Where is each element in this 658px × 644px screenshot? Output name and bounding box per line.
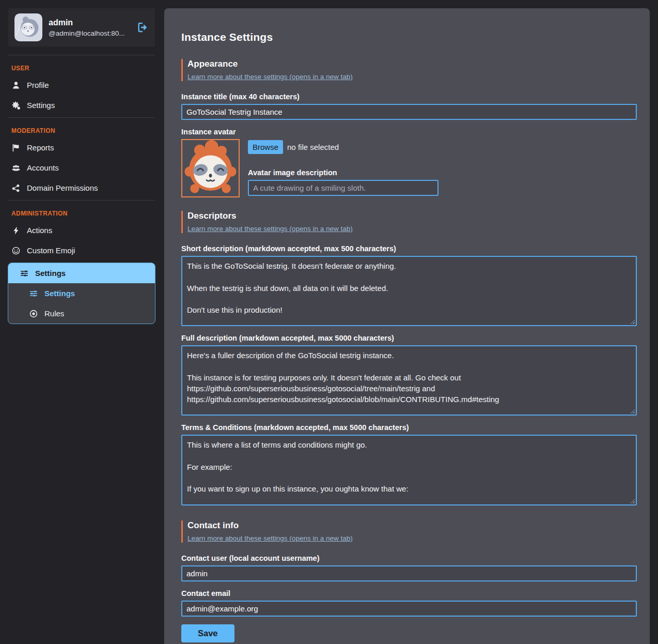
smiley-icon (11, 247, 21, 255)
sidebar-item-admin-settings[interactable]: Settings (8, 263, 155, 283)
appearance-learn-more-link[interactable]: Learn more about these settings (opens i… (187, 73, 353, 81)
sign-out-icon (136, 22, 148, 33)
sidebar-divider (8, 200, 155, 201)
sloth-avatar-gray-icon (14, 13, 42, 41)
instance-title-label: Instance title (max 40 characters) (181, 93, 637, 101)
full-description-textarea[interactable]: Here's a fuller description of the GoToS… (181, 345, 637, 416)
sidebar-item-label: Accounts (27, 163, 59, 172)
user-meta: admin @admin@localhost:80... (49, 18, 129, 37)
contact-email-field: Contact email (181, 589, 637, 617)
contact-user-field: Contact user (local account username) (181, 554, 637, 581)
browse-button[interactable]: Browse (248, 140, 283, 154)
terms-wrap: This is where a list of terms and condit… (181, 435, 637, 505)
contact-email-label: Contact email (181, 589, 637, 597)
full-description-wrap: Here's a fuller description of the GoToS… (181, 345, 637, 416)
sidebar-divider (8, 55, 155, 55)
no-file-text: no file selected (287, 143, 339, 151)
settings-nav-group: Settings Settings (8, 263, 155, 324)
instance-avatar-label: Instance avatar (181, 128, 637, 136)
page-title: Instance Settings (181, 31, 637, 43)
gears-icon (11, 101, 21, 110)
submenu-item-label: Settings (44, 289, 75, 298)
nav-section-user: USER (0, 57, 163, 75)
logout-button[interactable] (135, 21, 149, 34)
sliders-icon (20, 269, 29, 278)
appearance-section-head: Appearance Learn more about these settin… (181, 59, 637, 81)
submenu-item-rules[interactable]: Rules (8, 303, 155, 324)
sidebar-item-label: Settings (27, 101, 55, 110)
contact-user-label: Contact user (local account username) (181, 554, 637, 562)
contact-user-input[interactable] (181, 565, 637, 581)
avatar-description-input[interactable] (248, 180, 438, 196)
avatar-file-column: Browse no file selected Avatar image des… (248, 139, 637, 197)
sidebar-nav: USER Profile (0, 57, 163, 324)
instance-title-input[interactable] (181, 104, 637, 120)
bolt-icon (11, 226, 21, 235)
sloth-avatar-orange-icon (182, 140, 239, 196)
sidebar-item-label: Settings (35, 269, 66, 278)
instance-avatar-row: Browse no file selected Avatar image des… (181, 139, 637, 197)
submenu-item-label: Rules (44, 309, 64, 318)
sliders-icon (29, 289, 38, 298)
share-nodes-icon (11, 184, 21, 192)
flag-icon (11, 144, 21, 152)
circle-dot-icon (29, 310, 38, 318)
user-icon (11, 81, 21, 89)
sidebar-item-accounts[interactable]: Accounts (0, 158, 163, 178)
short-description-label: Short description (markdown accepted, ma… (181, 244, 637, 253)
sidebar-item-reports[interactable]: Reports (0, 137, 163, 158)
sidebar-item-profile[interactable]: Profile (0, 75, 163, 95)
terms-label: Terms & Conditions (markdown accepted, m… (181, 423, 637, 432)
save-button[interactable]: Save (181, 624, 234, 642)
sidebar-item-custom-emoji[interactable]: Custom Emoji (0, 240, 163, 260)
nav-section-moderation: MODERATION (0, 120, 163, 137)
descriptors-heading: Descriptors (187, 211, 637, 221)
sidebar-item-label: Domain Permissions (27, 183, 98, 192)
sidebar-item-user-settings[interactable]: Settings (0, 95, 163, 115)
submenu-item-settings[interactable]: Settings (8, 283, 155, 303)
sidebar-item-domain-permissions[interactable]: Domain Permissions (0, 178, 163, 198)
short-description-textarea[interactable]: This is the GoToSocial testrig. It doesn… (181, 256, 637, 326)
sidebar: admin @admin@localhost:80... USER (0, 0, 163, 340)
user-card[interactable]: admin @admin@localhost:80... (8, 8, 155, 47)
main-panel: Instance Settings Appearance Learn more … (164, 8, 650, 644)
terms-textarea[interactable]: This is where a list of terms and condit… (181, 435, 637, 505)
settings-submenu: Settings Rules (8, 283, 155, 324)
user-handle: @admin@localhost:80... (49, 29, 129, 37)
user-name: admin (49, 18, 129, 27)
sidebar-item-label: Actions (27, 226, 52, 235)
sidebar-item-label: Profile (27, 81, 49, 89)
instance-avatar-image (181, 139, 240, 197)
full-description-label: Full description (markdown accepted, max… (181, 334, 637, 342)
contact-heading: Contact info (187, 520, 637, 531)
file-input-row: Browse no file selected (248, 140, 637, 154)
avatar-description-label: Avatar image description (248, 168, 637, 177)
instance-title-field: Instance title (max 40 characters) (181, 93, 637, 120)
sidebar-item-label: Reports (27, 143, 54, 152)
user-avatar (14, 13, 42, 41)
sidebar-divider (8, 117, 155, 118)
appearance-heading: Appearance (187, 59, 637, 69)
contact-email-input[interactable] (181, 601, 637, 617)
contact-learn-more-link[interactable]: Learn more about these settings (opens i… (187, 534, 353, 542)
users-icon (11, 164, 21, 172)
sidebar-item-actions[interactable]: Actions (0, 220, 163, 240)
appearance-section: Appearance Learn more about these settin… (181, 59, 637, 197)
nav-section-administration: ADMINISTRATION (0, 203, 163, 220)
sidebar-item-label: Custom Emoji (27, 246, 75, 255)
short-description-wrap: This is the GoToSocial testrig. It doesn… (181, 256, 637, 326)
contact-section-head: Contact info Learn more about these sett… (181, 520, 637, 543)
contact-section: Contact info Learn more about these sett… (181, 520, 637, 642)
descriptors-section: Descriptors Learn more about these setti… (181, 211, 637, 505)
app-root: admin @admin@localhost:80... USER (0, 0, 658, 644)
descriptors-learn-more-link[interactable]: Learn more about these settings (opens i… (187, 225, 353, 233)
descriptors-section-head: Descriptors Learn more about these setti… (181, 211, 637, 233)
